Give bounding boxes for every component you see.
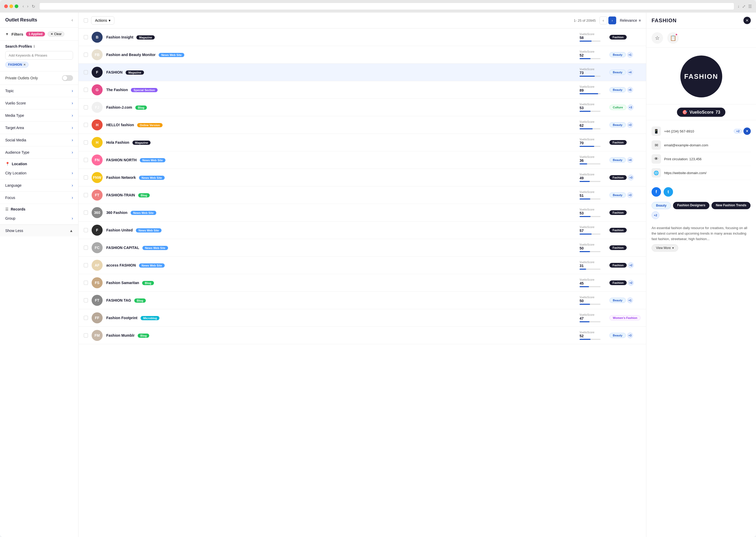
result-row[interactable]: FF Fashion Footprint Microblog VuelioSco… [79, 309, 646, 327]
result-row[interactable]: FJ Fashion-J.com Blog VuelioScore 53 Cul… [79, 99, 646, 116]
view-more-button[interactable]: View More ▾ [652, 244, 678, 252]
row-checkbox[interactable] [84, 246, 88, 250]
topic-tag: Fashion [610, 263, 627, 268]
result-row[interactable]: FM Fashion Mumblr Blog VuelioScore 52 Be… [79, 327, 646, 344]
row-checkbox[interactable] [84, 211, 88, 215]
filter-row-audience-type[interactable]: Audience Type › [0, 146, 78, 159]
row-checkbox[interactable] [84, 228, 88, 232]
address-bar[interactable] [39, 3, 734, 10]
show-less-label: Show Less [5, 228, 23, 233]
result-row[interactable]: FN FASHION NORTH News Web Site VuelioSco… [79, 151, 646, 169]
row-checkbox[interactable] [84, 140, 88, 145]
filters-row: ▼ Filters 1 Applied ✕ Clear [5, 31, 73, 37]
vuelo-label: VuelioScore [579, 261, 594, 264]
result-row[interactable]: FS Fashion Samaritan Blog VuelioScore 45… [79, 274, 646, 292]
main-content: Actions ▾ 1- 25 of 20945 ‹ › Relevance ≡… [79, 13, 646, 537]
topic-tags: Fashion+2 [610, 262, 641, 268]
filter-row-target-area[interactable]: Target Area › [0, 122, 78, 134]
row-checkbox[interactable] [84, 35, 88, 39]
result-row[interactable]: G The Fashion Special Section VuelioScor… [79, 81, 646, 99]
filter-row-language[interactable]: Language › [0, 179, 78, 192]
outlet-name: Fashion Network [106, 176, 136, 180]
download-icon[interactable]: ↓ [737, 4, 739, 9]
refresh-button[interactable]: ↻ [31, 3, 36, 10]
row-checkbox[interactable] [84, 263, 88, 267]
facebook-icon[interactable]: f [652, 187, 661, 197]
result-row[interactable]: 360 360 Fashion News Web Site VuelioScor… [79, 204, 646, 222]
row-checkbox[interactable] [84, 316, 88, 320]
private-outlets-label: Private Outlets Only [5, 76, 38, 80]
row-checkbox[interactable] [84, 333, 88, 338]
show-less-row[interactable]: Show Less ▲ [0, 225, 78, 236]
outlet-info: Fashion Network News Web Site [106, 176, 576, 180]
row-checkbox[interactable] [84, 158, 88, 162]
actions-button[interactable]: Actions ▾ [91, 16, 114, 24]
tag-plus: +1 [627, 52, 633, 58]
result-row[interactable]: FNW Fashion Network News Web Site Vuelio… [79, 169, 646, 186]
twitter-icon[interactable]: t [663, 187, 673, 197]
star-action-button[interactable]: ☆ [652, 32, 663, 44]
row-checkbox[interactable] [84, 123, 88, 127]
result-row[interactable]: H Hola Fashion Magazine VuelioScore 70 F… [79, 134, 646, 151]
close-traffic-light[interactable] [4, 4, 8, 8]
search-profiles-label: Search Profiles ℹ [5, 44, 73, 48]
remove-tag-fashion[interactable]: ✕ [23, 63, 26, 66]
filter-row-media-type[interactable]: Media Type › [0, 109, 78, 122]
filter-row-topic[interactable]: Topic › [0, 85, 78, 97]
row-checkbox[interactable] [84, 88, 88, 92]
minimize-traffic-light[interactable] [10, 4, 13, 8]
row-checkbox[interactable] [84, 193, 88, 197]
forward-button[interactable]: › [26, 3, 29, 10]
filter-social-label: Social Media [5, 138, 26, 142]
row-checkbox[interactable] [84, 53, 88, 57]
back-button[interactable]: ‹ [21, 3, 25, 10]
result-row[interactable]: B Fashion Insight Magazine VuelioScore 5… [79, 28, 646, 46]
keyword-input[interactable] [5, 51, 73, 60]
relevance-button[interactable]: Relevance ≡ [620, 18, 641, 22]
clip-action-button[interactable]: 📋 [667, 32, 679, 44]
result-row[interactable]: FC FASHION CAPITAL News Web Site VuelioS… [79, 239, 646, 257]
expand-icon[interactable]: ⤢ [742, 4, 745, 9]
result-row[interactable]: AF access FASHION News Web Site VuelioSc… [79, 257, 646, 274]
result-row[interactable]: H HELLO! fashion Online Version VuelioSc… [79, 116, 646, 134]
clear-button[interactable]: ✕ Clear [48, 31, 64, 37]
menu-icon[interactable]: ☰ [748, 4, 752, 9]
row-checkbox[interactable] [84, 176, 88, 180]
next-page-button[interactable]: › [608, 17, 616, 24]
private-outlets-toggle[interactable] [62, 75, 73, 81]
result-row[interactable]: F Fashion United News Web Site VuelioSco… [79, 222, 646, 239]
notification-dot [675, 33, 678, 36]
result-row[interactable]: F FASHION Magazine VuelioScore 73 Beauty… [79, 63, 646, 81]
score-fill [579, 268, 586, 270]
outlet-info: Fashion United News Web Site [106, 228, 576, 232]
filter-row-group[interactable]: Group › [0, 212, 78, 225]
detail-actions: ☆ 📋 [646, 28, 756, 48]
score-bar [579, 93, 601, 94]
row-checkbox[interactable] [84, 281, 88, 285]
vuelo-num: 58 [579, 36, 584, 40]
row-checkbox[interactable] [84, 298, 88, 303]
maximize-traffic-light[interactable] [15, 4, 18, 8]
outlet-logo: FC [92, 242, 102, 253]
prev-page-button[interactable]: ‹ [599, 17, 607, 24]
phone-expand-button[interactable]: ▼ [743, 128, 751, 135]
result-row[interactable]: FT FASHION-TRAIN Blog VuelioScore 51 Bea… [79, 186, 646, 204]
phone-icon: 📱 [652, 126, 661, 136]
score-fill [579, 321, 589, 322]
outlet-logo: FT [92, 189, 102, 201]
detail-close-button[interactable]: ✕ [743, 17, 751, 24]
row-checkbox[interactable] [84, 105, 88, 109]
filter-row-focus[interactable]: Focus › [0, 192, 78, 204]
select-all-checkbox[interactable] [84, 18, 88, 22]
result-row[interactable]: FT FASHION TAG Blog VuelioScore 50 Beaut… [79, 292, 646, 309]
row-checkbox[interactable] [84, 70, 88, 74]
topic-tags: Beauty+4 [610, 157, 641, 163]
filter-row-vuelio-score[interactable]: Vuelio Score › [0, 97, 78, 109]
result-row[interactable]: FB Fashion and Beauty Monitor News Web S… [79, 46, 646, 63]
vuelo-label: VuelioScore [579, 138, 594, 141]
topic-tag: Fashion [610, 245, 627, 250]
filter-row-social-media[interactable]: Social Media › [0, 134, 78, 146]
tag-plus: +3 [628, 104, 633, 110]
filter-row-city-location[interactable]: City Location › [0, 167, 78, 179]
sidebar-collapse-button[interactable]: ‹ [71, 17, 73, 23]
